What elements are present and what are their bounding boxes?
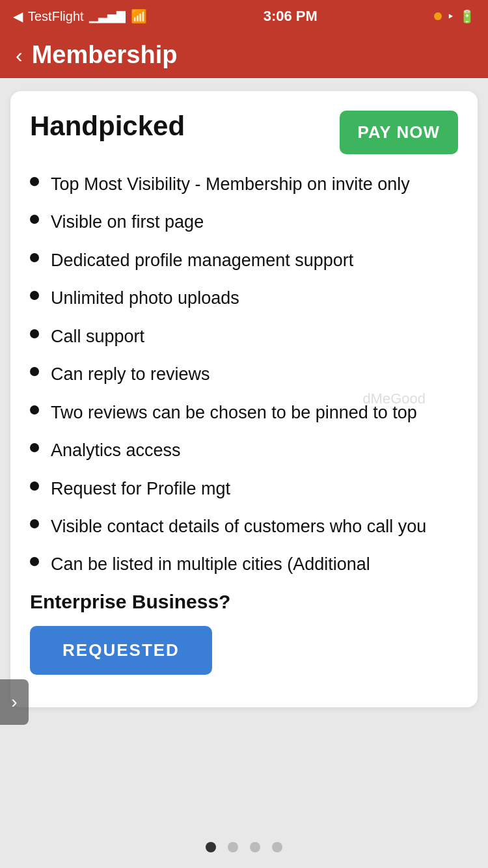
enterprise-label: Enterprise Business? bbox=[30, 591, 458, 613]
dot-1 bbox=[228, 842, 238, 852]
status-time: 3:06 PM bbox=[264, 8, 318, 25]
feature-item-6: Two reviews can be chosen to be pinned t… bbox=[30, 401, 458, 424]
feature-text-5: Can reply to reviews bbox=[51, 362, 210, 386]
feature-item-2: Dedicated profile management support bbox=[30, 249, 458, 272]
page-title: Membership bbox=[32, 41, 178, 69]
carrier-label: TestFlight bbox=[28, 9, 84, 24]
feature-item-3: Unlimited photo uploads bbox=[30, 286, 458, 310]
status-bar: ◀ TestFlight ▁▃▅▇ 📶 3:06 PM ‣ 🔋 bbox=[0, 0, 488, 33]
location-icon: ‣ bbox=[447, 9, 454, 24]
battery-icon: 🔋 bbox=[459, 9, 475, 24]
card-title: Handpicked bbox=[30, 111, 185, 142]
bullet-icon-6 bbox=[30, 405, 39, 414]
feature-item-8: Request for Profile mgt bbox=[30, 477, 458, 500]
feature-item-7: Analytics access bbox=[30, 439, 458, 462]
feature-item-9: Visible contact details of customers who… bbox=[30, 515, 458, 538]
feature-item-4: Call support bbox=[30, 325, 458, 348]
feature-item-5: Can reply to reviews bbox=[30, 362, 458, 386]
feature-item-10: Can be listed in multiple cities (Additi… bbox=[30, 552, 458, 576]
bullet-icon-1 bbox=[30, 215, 39, 224]
bullet-icon-7 bbox=[30, 443, 39, 452]
back-arrow-status: ◀ bbox=[13, 8, 23, 24]
feature-text-8: Request for Profile mgt bbox=[51, 477, 230, 500]
status-left: ◀ TestFlight ▁▃▅▇ 📶 bbox=[13, 8, 147, 24]
bullet-icon-3 bbox=[30, 291, 39, 300]
dot-3 bbox=[272, 842, 282, 852]
feature-text-1: Visible on first page bbox=[51, 210, 204, 234]
status-right: ‣ 🔋 bbox=[434, 9, 475, 24]
bullet-icon-10 bbox=[30, 557, 39, 566]
dot-0 bbox=[206, 842, 216, 852]
feature-text-0: Top Most Visibility - Membership on invi… bbox=[51, 172, 410, 196]
page-dots bbox=[0, 830, 488, 868]
dot-indicator bbox=[434, 12, 442, 20]
feature-text-10: Can be listed in multiple cities (Additi… bbox=[51, 552, 370, 576]
feature-text-7: Analytics access bbox=[51, 439, 181, 462]
bullet-icon-0 bbox=[30, 177, 39, 186]
requested-button[interactable]: REQUESTED bbox=[30, 626, 212, 675]
feature-text-9: Visible contact details of customers who… bbox=[51, 515, 426, 538]
side-chevron[interactable]: › bbox=[0, 679, 29, 725]
feature-item-1: Visible on first page bbox=[30, 210, 458, 234]
features-list: Top Most Visibility - Membership on invi… bbox=[30, 172, 458, 576]
membership-card: Handpicked PAY NOW dMeGood Top Most Visi… bbox=[10, 91, 478, 707]
feature-text-3: Unlimited photo uploads bbox=[51, 286, 239, 310]
bullet-icon-2 bbox=[30, 253, 39, 262]
nav-bar: ‹ Membership bbox=[0, 33, 488, 78]
wifi-icon: 📶 bbox=[131, 8, 147, 24]
bullet-icon-4 bbox=[30, 329, 39, 338]
dot-2 bbox=[250, 842, 260, 852]
main-content: Handpicked PAY NOW dMeGood Top Most Visi… bbox=[0, 78, 488, 830]
bullet-icon-9 bbox=[30, 519, 39, 528]
feature-item-0: Top Most Visibility - Membership on invi… bbox=[30, 172, 458, 196]
back-button[interactable]: ‹ bbox=[16, 45, 23, 66]
feature-text-2: Dedicated profile management support bbox=[51, 249, 353, 272]
bottom-section: Enterprise Business? REQUESTED bbox=[30, 591, 458, 688]
pay-now-button[interactable]: PAY NOW bbox=[340, 111, 458, 154]
bullet-icon-5 bbox=[30, 367, 39, 376]
feature-text-4: Call support bbox=[51, 325, 144, 348]
feature-text-6: Two reviews can be chosen to be pinned t… bbox=[51, 401, 417, 424]
signal-icon: ▁▃▅▇ bbox=[89, 9, 126, 23]
bullet-icon-8 bbox=[30, 481, 39, 491]
card-header: Handpicked PAY NOW bbox=[30, 111, 458, 154]
